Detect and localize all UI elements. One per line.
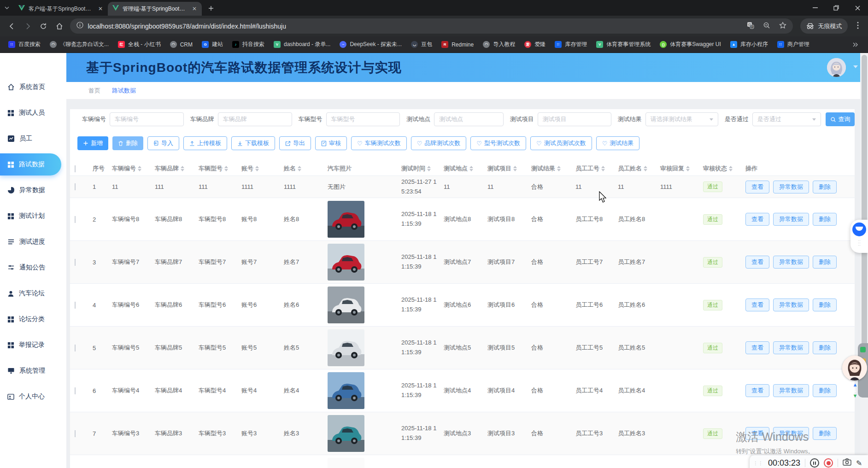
- car-photo[interactable]: [328, 244, 364, 281]
- cell-car-photo[interactable]: [323, 201, 397, 238]
- bookmark-item[interactable]: ♪抖音搜索: [228, 39, 269, 51]
- car-photo[interactable]: [328, 329, 364, 366]
- bookmark-item[interactable]: ∷商户管理: [773, 39, 814, 51]
- site-info-icon[interactable]: [76, 22, 83, 30]
- column-header-员工姓名[interactable]: 员工姓名: [614, 164, 656, 173]
- bookmark-item[interactable]: ◠CRM: [165, 39, 197, 51]
- action-button-删除[interactable]: 删除: [813, 427, 837, 440]
- row-checkbox[interactable]: [75, 387, 76, 394]
- bookmark-item[interactable]: ▲库存小程序: [726, 39, 773, 51]
- sidebar-item-举报记录[interactable]: 举报记录: [0, 332, 66, 358]
- cell-car-photo[interactable]: [323, 287, 397, 323]
- action-button-删除[interactable]: 删除: [813, 213, 837, 226]
- row-checkbox[interactable]: [75, 302, 76, 309]
- window-restore-button[interactable]: [826, 0, 847, 16]
- arrow-down-icon[interactable]: ▼: [850, 393, 860, 398]
- toolbar-button-上传模板[interactable]: 上传模板: [183, 136, 227, 150]
- toolbar-button-新增[interactable]: 新增: [77, 136, 108, 150]
- car-photo[interactable]: [328, 415, 364, 452]
- toolbar-button-删除[interactable]: 删除: [112, 136, 143, 150]
- column-header-测试项目[interactable]: 测试项目: [483, 164, 527, 173]
- arrow-up-icon[interactable]: ▲: [850, 382, 860, 387]
- bookmark-item[interactable]: ∷百度搜索: [4, 39, 45, 51]
- new-tab-button[interactable]: [205, 2, 217, 15]
- cell-car-photo[interactable]: [323, 329, 397, 366]
- action-button-查看[interactable]: 查看: [745, 256, 769, 269]
- sidebar-item-汽车论坛[interactable]: 汽车论坛: [0, 281, 66, 306]
- column-header-员工工号[interactable]: 员工工号: [571, 164, 614, 173]
- reload-icon[interactable]: [36, 19, 51, 34]
- bookmark-item[interactable]: 爱爱隆: [520, 39, 550, 51]
- action-button-查看[interactable]: 查看: [745, 384, 769, 397]
- bookmark-item[interactable]: {}体育赛事Swagger UI: [655, 39, 726, 51]
- sidebar-item-系统管理[interactable]: 系统管理: [0, 358, 66, 384]
- bookmark-item[interactable]: G建站: [197, 39, 228, 51]
- filter-input-测试项目[interactable]: 测试项目: [538, 112, 611, 126]
- assistant-avatar[interactable]: [842, 356, 867, 380]
- filter-input-车辆编号[interactable]: 车辆编号: [110, 112, 184, 126]
- action-button-删除[interactable]: 删除: [813, 181, 837, 193]
- sidebar-item-路试数据[interactable]: 路试数据: [0, 153, 61, 176]
- screenshot-camera-icon[interactable]: [843, 458, 851, 468]
- bookmarks-overflow-icon[interactable]: [852, 41, 864, 49]
- scrollbar-track[interactable]: [860, 53, 868, 468]
- tab-search-icon[interactable]: [0, 0, 14, 16]
- sort-caret-icon[interactable]: [138, 166, 141, 171]
- window-minimize-button[interactable]: [804, 0, 826, 16]
- car-photo[interactable]: [328, 201, 364, 238]
- action-button-查看[interactable]: 查看: [745, 181, 769, 193]
- sidebar-item-系统首页[interactable]: 系统首页: [0, 74, 66, 100]
- action-button-查看[interactable]: 查看: [745, 341, 769, 354]
- action-button-删除[interactable]: 删除: [813, 384, 837, 397]
- sort-caret-icon[interactable]: [557, 166, 561, 171]
- sidebar-item-测试计划[interactable]: 测试计划: [0, 203, 66, 229]
- browser-menu-icon[interactable]: [852, 22, 863, 31]
- action-button-异常数据[interactable]: 异常数据: [773, 384, 809, 397]
- sidebar-item-论坛分类[interactable]: 论坛分类: [0, 306, 66, 332]
- column-header-审核状态[interactable]: 审核状态: [699, 164, 741, 173]
- sort-caret-icon[interactable]: [469, 166, 473, 171]
- forward-icon[interactable]: [20, 19, 35, 34]
- action-button-删除[interactable]: 删除: [813, 256, 837, 269]
- action-button-异常数据[interactable]: 异常数据: [773, 341, 809, 354]
- sort-caret-icon[interactable]: [427, 166, 431, 171]
- tab-close-icon[interactable]: ✕: [97, 5, 104, 12]
- sort-caret-icon[interactable]: [729, 166, 733, 171]
- select-all-checkbox[interactable]: [75, 165, 76, 172]
- column-header-账号[interactable]: 账号: [237, 164, 280, 173]
- recorder-grip-icon[interactable]: ⋮⋮: [753, 461, 763, 466]
- filter-input-车辆型号[interactable]: 车辆型号: [326, 112, 400, 126]
- bookmark-item[interactable]: RRedmine: [437, 39, 478, 51]
- row-checkbox[interactable]: [75, 216, 76, 223]
- action-button-异常数据[interactable]: 异常数据: [773, 181, 809, 193]
- user-avatar[interactable]: [827, 58, 846, 77]
- bookmark-item[interactable]: Vdashboard - 录单...: [269, 39, 335, 51]
- column-header-测试时间[interactable]: 测试时间: [397, 164, 440, 173]
- scroll-indicator[interactable]: ▲1▼: [850, 382, 860, 398]
- toolbar-button-测试结果[interactable]: ♡测试结果: [596, 136, 640, 150]
- bookmark-item[interactable]: ~DeepSeek - 探索未...: [335, 39, 406, 51]
- toolbar-button-品牌测试次数[interactable]: ♡品牌测试次数: [411, 136, 467, 150]
- bookmark-star-icon[interactable]: [779, 22, 786, 31]
- stop-recording-button[interactable]: [824, 458, 833, 468]
- translate-icon[interactable]: G文: [747, 22, 754, 31]
- column-header-测试地点[interactable]: 测试地点: [440, 164, 483, 173]
- sort-caret-icon[interactable]: [686, 166, 690, 171]
- sort-caret-icon[interactable]: [644, 166, 647, 171]
- row-checkbox[interactable]: [75, 259, 76, 266]
- toolbar-button-导入[interactable]: 导入: [147, 136, 179, 150]
- toolbar-button-导出[interactable]: 导出: [279, 136, 311, 150]
- back-icon[interactable]: [5, 19, 19, 34]
- column-header-车辆编号[interactable]: 车辆编号: [108, 164, 151, 173]
- column-header-姓名[interactable]: 姓名: [280, 164, 323, 173]
- cell-car-photo[interactable]: [323, 415, 397, 452]
- sidebar-item-测试进度[interactable]: 测试进度: [0, 229, 66, 255]
- cell-car-photo[interactable]: [323, 458, 397, 468]
- column-header-审核回复[interactable]: 审核回复: [656, 164, 699, 173]
- sort-caret-icon[interactable]: [513, 166, 517, 171]
- car-photo[interactable]: [328, 287, 364, 323]
- filter-input-测试地点[interactable]: 测试地点: [434, 112, 503, 126]
- action-button-查看[interactable]: 查看: [745, 213, 769, 226]
- action-button-异常数据[interactable]: 异常数据: [773, 213, 809, 226]
- row-checkbox[interactable]: [75, 183, 76, 190]
